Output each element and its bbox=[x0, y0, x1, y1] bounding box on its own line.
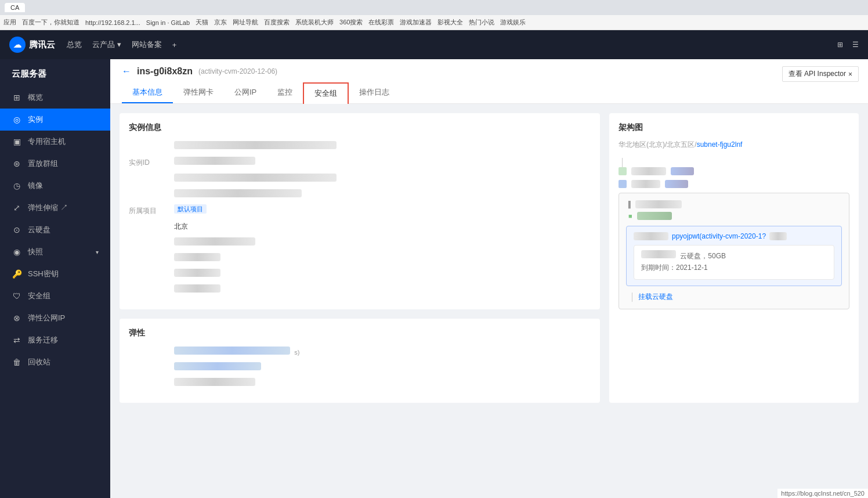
migration-icon: ⇄ bbox=[12, 335, 22, 345]
bottom-value-3 bbox=[174, 378, 591, 388]
browser-bar: CA bbox=[0, 0, 868, 15]
arch-subnet-header: ▐ bbox=[626, 200, 842, 208]
info-row-instanceid: 实例ID bbox=[129, 157, 591, 168]
bookmark-item[interactable]: 天猫 bbox=[196, 18, 208, 27]
bookmark-item[interactable]: 京东 bbox=[214, 18, 227, 27]
info-label-region bbox=[129, 222, 169, 223]
bookmark-item[interactable]: 热门小说 bbox=[469, 18, 494, 27]
arch-instance-name: ppyojpwt(activity-cvm-2020-1? bbox=[672, 232, 766, 240]
nav-overview[interactable]: 总览 bbox=[67, 39, 82, 50]
sshkey-icon: 🔑 bbox=[12, 269, 22, 279]
project-badge: 默认项目 bbox=[174, 204, 207, 214]
blurred-value-9 bbox=[174, 269, 220, 277]
sidebar-item-snapshot[interactable]: ◉ 快照 ▾ bbox=[0, 241, 110, 263]
arch-vline-1 bbox=[622, 158, 623, 167]
tab-monitor[interactable]: 监控 bbox=[267, 82, 303, 103]
arch-node-label-1 bbox=[631, 167, 666, 175]
info-row-region: 北京 bbox=[129, 222, 591, 232]
logo-icon: ☁ bbox=[9, 37, 26, 53]
footer-url-text: https://blog.qcInst.net/cn_520 bbox=[781, 490, 865, 497]
tab-security[interactable]: 安全组 bbox=[303, 82, 349, 104]
api-inspector-close-icon[interactable]: × bbox=[848, 70, 852, 78]
info-value-8 bbox=[174, 253, 591, 263]
security-icon: 🛡 bbox=[12, 291, 22, 301]
arch-mount-row: 挂载云硬盘 bbox=[626, 292, 842, 302]
sidebar-item-disk[interactable]: ⊙ 云硬盘 bbox=[0, 219, 110, 241]
bookmark-item[interactable]: 网址导航 bbox=[233, 18, 258, 27]
sidebar-item-sshkey[interactable]: 🔑 SSH密钥 bbox=[0, 263, 110, 285]
sidebar-item-dedicated[interactable]: ▣ 专用宿主机 bbox=[0, 131, 110, 153]
arch-mount-link[interactable]: 挂载云硬盘 bbox=[638, 293, 673, 301]
info-row-project: 所属项目 默认项目 bbox=[129, 205, 591, 216]
tab-monitor-label: 监控 bbox=[277, 88, 292, 96]
nav-products[interactable]: 云产品 ▾ bbox=[92, 39, 121, 50]
info-value-instanceid bbox=[174, 157, 591, 167]
instance-tag: (activity-cvm-2020-12-06) bbox=[198, 67, 277, 75]
bookmark-item[interactable]: 百度一下，你就知道 bbox=[22, 18, 79, 27]
bookmark-item[interactable]: 游戏娱乐 bbox=[500, 18, 526, 27]
nav-icp[interactable]: 网站备案 bbox=[132, 39, 162, 50]
arch-instance-box: ppyojpwt(activity-cvm-2020-1? 云硬盘，50GB 到… bbox=[626, 226, 842, 286]
bookmark-item[interactable]: 影视大全 bbox=[437, 18, 463, 27]
sidebar-label-recycle: 回收站 bbox=[28, 357, 50, 367]
sidebar-item-migration[interactable]: ⇄ 服务迁移 bbox=[0, 329, 110, 351]
arch-node-value-1 bbox=[671, 167, 694, 175]
arch-node-2 bbox=[619, 180, 849, 188]
bookmark-item[interactable]: 应用 bbox=[3, 18, 16, 27]
bottom-row-1: s) bbox=[129, 347, 591, 356]
nav-add[interactable]: + bbox=[172, 41, 177, 49]
arch-node-label-2 bbox=[631, 180, 660, 188]
eip-icon: ⊗ bbox=[12, 313, 22, 323]
arch-subnet-icon: ▐ bbox=[626, 201, 631, 208]
bottom-label-2 bbox=[129, 362, 169, 363]
info-value-region: 北京 bbox=[174, 222, 591, 232]
image-icon: ◷ bbox=[12, 181, 22, 190]
back-button[interactable]: ← bbox=[122, 66, 131, 77]
bookmark-item[interactable]: 在线彩票 bbox=[368, 18, 394, 27]
info-value-10 bbox=[174, 284, 591, 294]
bookmark-item[interactable]: Sign in · GitLab bbox=[146, 19, 190, 26]
info-row-7 bbox=[129, 237, 591, 247]
api-inspector-button[interactable]: 查看 API Inspector × bbox=[782, 66, 859, 82]
sidebar-label-image: 镜像 bbox=[28, 181, 43, 191]
bookmark-item[interactable]: 360搜索 bbox=[339, 18, 363, 27]
sidebar-item-placement[interactable]: ⊛ 置放群组 bbox=[0, 153, 110, 175]
blurred-bottom-2 bbox=[174, 362, 261, 370]
overview-icon: ⊞ bbox=[12, 93, 22, 102]
info-label-3 bbox=[129, 174, 169, 175]
info-value-1 bbox=[174, 141, 591, 151]
sidebar-item-autoscaling[interactable]: ⤢ 弹性伸缩 ↗ bbox=[0, 197, 110, 219]
sidebar-label-migration: 服务迁移 bbox=[28, 335, 58, 345]
tab-oplog[interactable]: 操作日志 bbox=[349, 82, 400, 103]
api-inspector-label: 查看 API Inspector bbox=[789, 69, 846, 79]
sidebar-header: 云服务器 bbox=[0, 59, 110, 86]
sidebar-item-recycle[interactable]: 🗑 回收站 bbox=[0, 351, 110, 373]
sidebar-item-eip[interactable]: ⊗ 弹性公网IP bbox=[0, 307, 110, 329]
tab-basic[interactable]: 基本信息 bbox=[122, 82, 173, 103]
arch-instance-link[interactable]: ppyojpwt(activity-cvm-2020-1? bbox=[672, 232, 766, 240]
sidebar-item-image[interactable]: ◷ 镜像 bbox=[0, 175, 110, 197]
info-label-project: 所属项目 bbox=[129, 205, 169, 216]
info-label-9 bbox=[129, 269, 169, 270]
blurred-instanceid bbox=[174, 157, 255, 165]
sidebar-label-dedicated: 专用宿主机 bbox=[28, 136, 66, 147]
browser-tab[interactable]: CA bbox=[5, 3, 25, 12]
tab-eip[interactable]: 公网IP bbox=[224, 82, 267, 103]
sidebar-item-instance[interactable]: ◎ 实例 bbox=[0, 109, 110, 131]
tab-eni[interactable]: 弹性网卡 bbox=[173, 82, 224, 103]
arch-disk-expire: 到期时间：2021-12-1 bbox=[641, 263, 827, 273]
bookmark-item[interactable]: 百度搜索 bbox=[264, 18, 290, 27]
info-row-3 bbox=[129, 174, 591, 183]
bookmark-item[interactable]: 游戏加速器 bbox=[400, 18, 432, 27]
arch-node-box-2 bbox=[619, 180, 627, 188]
arch-disk-info: 云硬盘，50GB bbox=[641, 250, 827, 261]
bookmark-item[interactable]: 系统装机大师 bbox=[295, 18, 334, 27]
bookmark-item[interactable]: http://192.168.2.1... bbox=[85, 19, 140, 26]
tab-eip-label: 公网IP bbox=[234, 88, 256, 96]
arch-breadcrumb-text: 华北地区(北京)/北京五区/ bbox=[619, 140, 697, 149]
sidebar-item-overview[interactable]: ⊞ 概览 bbox=[0, 86, 110, 109]
arch-breadcrumb-link[interactable]: subnet-fjgu2lnf bbox=[697, 140, 743, 149]
arch-subnet-name bbox=[635, 200, 682, 208]
info-label-10 bbox=[129, 284, 169, 286]
sidebar-item-security[interactable]: 🛡 安全组 bbox=[0, 285, 110, 307]
